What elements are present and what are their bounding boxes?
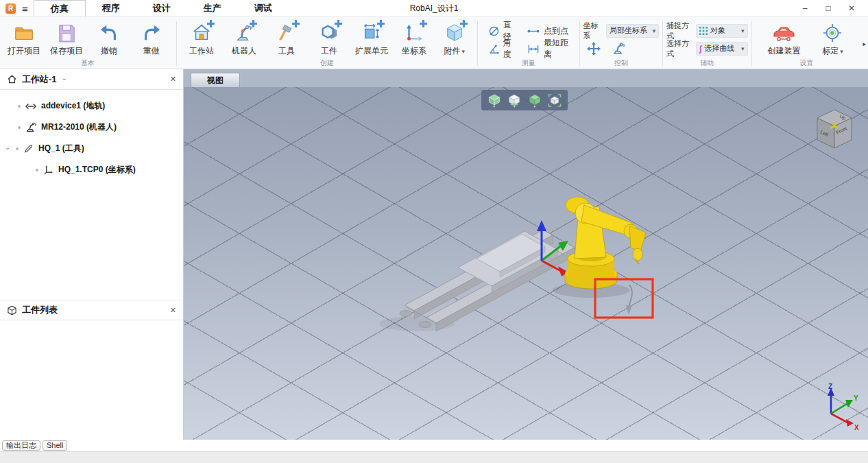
measure-shortest-distance-button[interactable]: 最短距离 (524, 41, 572, 56)
save-project-button[interactable]: 保存项目 (45, 20, 88, 57)
car-icon (772, 22, 795, 44)
ribbon-separator (176, 21, 177, 66)
undo-button[interactable]: 撤销 (88, 20, 130, 57)
tree-item-robot[interactable]: MR12-2010 (机器人) (0, 117, 183, 138)
ribbon-separator (751, 21, 752, 66)
ribbon-group-create: 工作站 机器人 工具 工件 (178, 19, 477, 69)
calibration-button[interactable]: 标定▾ (812, 20, 852, 57)
rail-model[interactable] (379, 230, 575, 331)
group-label-settings: 设置 (755, 59, 858, 69)
redo-icon (140, 22, 163, 44)
create-tool-button[interactable]: 工具 (265, 20, 308, 57)
view-zoom-fit-button[interactable] (548, 94, 562, 107)
view-toolbar: ▾ ▾ ▾ (481, 90, 568, 110)
parts-panel-header: 工件列表 ✕ (0, 300, 183, 320)
close-station-panel-button[interactable]: ✕ (170, 75, 176, 84)
ribbon: 打开项目 保存项目 撤销 重做 基本 (0, 17, 868, 69)
move-control-button[interactable] (585, 41, 603, 56)
tree-item-tcp-frame[interactable]: HQ_1.TCP0 (坐标系) (0, 159, 183, 180)
view-shaded-button[interactable]: ▾ (487, 94, 501, 106)
viewport-tab-strip: 视图 (184, 69, 868, 87)
axis-gizmo: Z Y X (812, 382, 861, 431)
plus-badge-icon (335, 20, 342, 27)
tab-production[interactable]: 生产 (187, 0, 238, 16)
point-to-point-icon (527, 25, 540, 37)
tab-simulation[interactable]: 仿真 (34, 0, 86, 16)
rail-icon (25, 102, 36, 110)
tab-program[interactable]: 程序 (86, 0, 136, 16)
measure-angle-button[interactable]: 角度 (485, 41, 517, 56)
close-parts-panel-button[interactable]: ✕ (170, 306, 176, 315)
ribbon-separator (477, 21, 478, 66)
gizmo-x-label: X (854, 424, 859, 431)
coordinate-axes-icon (402, 22, 426, 44)
tree-item-tool[interactable]: ⌄ HQ_1 (工具) (0, 138, 183, 159)
select-mode-label: 选择方式 (666, 38, 692, 59)
sidebar: 工作站-1 ⌄ ✕ addevice1 (地轨) MR12-2010 (机器人)… (0, 69, 184, 440)
open-project-button[interactable]: 打开项目 (3, 20, 45, 57)
hexagon-icon (317, 22, 341, 44)
plus-badge-icon (460, 20, 468, 27)
diameter-icon (488, 25, 500, 37)
group-label-control: 控制 (583, 59, 660, 69)
scene-svg (184, 87, 868, 440)
create-robot-button[interactable]: 机器人 (223, 20, 265, 57)
output-log-tab[interactable]: 输出日志 (2, 440, 40, 451)
ribbon-group-assist: 捕捉方式 对象 ▾ 选择方式 ∫ 选择曲线 ▾ 辅助 (664, 19, 751, 69)
robot-arm-icon (232, 22, 256, 44)
close-button[interactable]: ✕ (842, 1, 861, 15)
chevron-down-icon[interactable]: ▾ (462, 48, 466, 55)
main-area: 工作站-1 ⌄ ✕ addevice1 (地轨) MR12-2010 (机器人)… (0, 69, 868, 440)
viewport-3d-canvas[interactable]: ▾ ▾ ▾ Up (184, 87, 868, 440)
distance-icon (527, 43, 540, 55)
measure-diameter-button[interactable]: 直径 (485, 23, 517, 38)
tab-debug[interactable]: 调试 (238, 0, 289, 16)
window-controls: – □ ✕ (795, 1, 868, 15)
ribbon-group-control: 坐标系 局部坐标系 ▾ 控制 (581, 19, 662, 69)
chevron-down-icon[interactable]: ⌄ (62, 74, 67, 82)
chevron-down-icon[interactable]: ▾ (840, 48, 843, 55)
minimize-button[interactable]: – (795, 1, 815, 15)
parts-list-empty (0, 320, 183, 440)
plus-badge-icon (377, 20, 385, 27)
view-hidden-line-button[interactable]: ▾ (507, 94, 521, 106)
select-mode-dropdown[interactable]: ∫ 选择曲线 ▾ (696, 42, 748, 56)
maximize-button[interactable]: □ (819, 1, 838, 15)
snap-mode-dropdown[interactable]: 对象 ▾ (696, 24, 748, 38)
expand-chevron-icon[interactable]: ⌄ (4, 144, 11, 151)
plus-badge-icon (207, 20, 215, 27)
pen-tool-icon (23, 143, 34, 154)
ribbon-tab-bar: 仿真 程序 设计 生产 调试 (34, 0, 289, 16)
create-attachment-button[interactable]: 附件▾ (435, 20, 474, 57)
bullet-icon (16, 147, 19, 150)
coordsys-label: 坐标系 (583, 21, 603, 41)
create-extension-unit-button[interactable]: 扩展单元 (350, 20, 393, 57)
shell-tab[interactable]: Shell (43, 440, 67, 451)
tab-design[interactable]: 设计 (136, 0, 187, 16)
tree-item-rail[interactable]: addevice1 (地轨) (0, 95, 183, 117)
create-frame-button[interactable]: 坐标系 (393, 20, 435, 57)
view-solid-button[interactable]: ▾ (528, 94, 542, 106)
frame-icon (43, 165, 53, 175)
viewport-tab-view[interactable]: 视图 (191, 73, 240, 87)
ribbon-separator (662, 21, 663, 66)
cube-icon (443, 22, 466, 44)
nav-cube[interactable]: Up Left Front (815, 108, 854, 150)
coordsys-dropdown[interactable]: 局部坐标系 ▾ (606, 24, 659, 38)
bullet-icon (18, 126, 21, 129)
create-device-button[interactable]: 创建装置 (760, 20, 807, 57)
station-title: 工作站-1 (22, 73, 57, 86)
robot-jog-button[interactable] (610, 41, 627, 56)
redo-button[interactable]: 重做 (130, 20, 173, 57)
hamburger-menu-icon[interactable]: ≡ (22, 3, 28, 14)
ribbon-overflow-button[interactable]: ▸ (860, 40, 868, 47)
group-label-assist: 辅助 (666, 59, 748, 69)
bottom-tab-bar: 输出日志 Shell (0, 440, 868, 451)
bullet-icon (18, 105, 21, 108)
measure-point-to-point-button[interactable]: 点到点 (524, 23, 572, 38)
move-cross-icon (587, 42, 601, 56)
folder-icon (12, 22, 36, 44)
floppy-icon (55, 22, 78, 44)
create-workstation-button[interactable]: 工作站 (180, 20, 223, 57)
create-workpiece-button[interactable]: 工件 (308, 20, 350, 57)
